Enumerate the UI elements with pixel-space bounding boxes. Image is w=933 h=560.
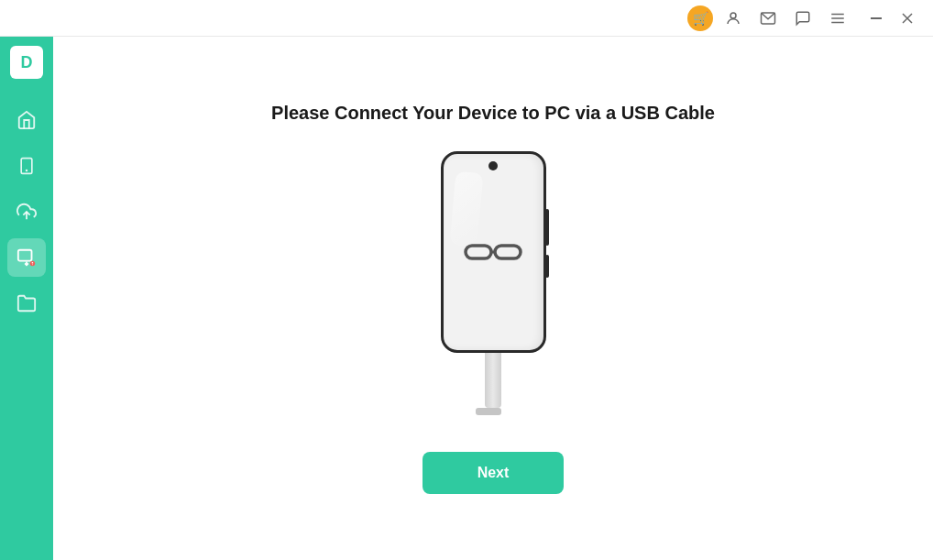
usb-cable (485, 353, 501, 408)
sidebar-item-home[interactable] (7, 101, 46, 139)
phone-side-button2 (545, 255, 549, 278)
next-button[interactable]: Next (423, 452, 565, 494)
phone-shine (449, 171, 483, 247)
usb-cable-group (480, 353, 506, 415)
phone-illustration (441, 151, 546, 415)
sidebar-item-backup[interactable] (7, 192, 46, 231)
shop-icon[interactable]: 🛒 (687, 5, 713, 31)
sidebar-item-device[interactable] (7, 147, 46, 185)
title-bar: 🛒 (0, 0, 933, 37)
svg-rect-11 (18, 250, 32, 261)
phone-side-button (545, 209, 549, 246)
phone-notch (488, 161, 498, 170)
sidebar: D (0, 37, 53, 560)
menu-icon[interactable] (823, 4, 852, 33)
window-controls (862, 4, 922, 33)
app-body: D Please Connect Your Device to PC via a… (0, 37, 933, 560)
main-content: Please Connect Your Device to PC via a U… (53, 37, 933, 560)
sidebar-item-repair[interactable] (7, 238, 46, 277)
chat-icon[interactable] (788, 4, 818, 33)
minimize-button[interactable] (862, 4, 891, 33)
mail-icon[interactable] (753, 4, 783, 33)
phone-body (441, 151, 546, 353)
svg-rect-17 (495, 246, 521, 258)
app-logo[interactable]: D (10, 46, 43, 79)
sidebar-item-files[interactable] (7, 284, 46, 323)
usb-connector (476, 408, 501, 415)
close-button[interactable] (893, 4, 922, 33)
svg-point-0 (730, 13, 736, 18)
title-bar-icons: 🛒 (687, 4, 922, 33)
svg-point-15 (32, 264, 33, 265)
page-title: Please Connect Your Device to PC via a U… (271, 103, 715, 124)
svg-rect-16 (466, 246, 491, 258)
user-icon[interactable] (719, 4, 748, 33)
